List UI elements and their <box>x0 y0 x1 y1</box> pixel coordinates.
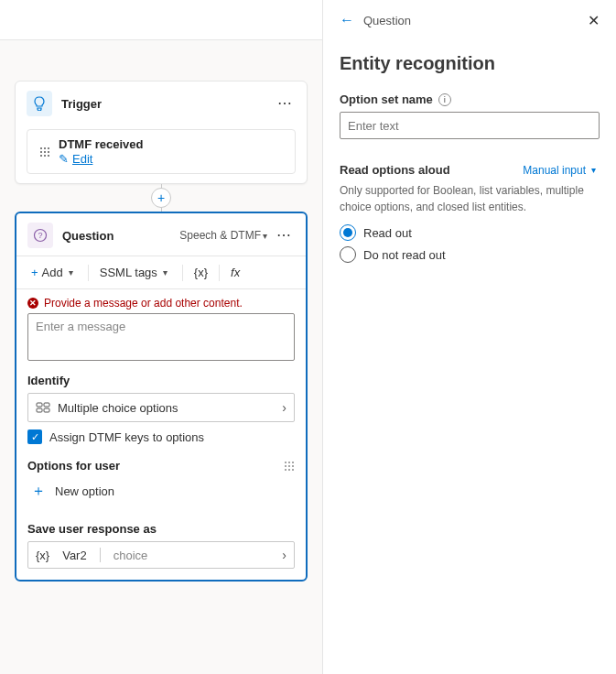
svg-point-16 <box>288 462 290 463</box>
svg-rect-11 <box>37 403 42 407</box>
add-node-button[interactable]: + <box>151 188 171 208</box>
option-set-input[interactable] <box>340 112 600 139</box>
entity-icon <box>36 400 50 415</box>
svg-point-1 <box>44 147 46 149</box>
svg-point-19 <box>288 465 290 467</box>
svg-point-23 <box>292 469 294 471</box>
edit-trigger-link[interactable]: ✎Edit <box>59 152 92 166</box>
back-button[interactable]: ← <box>340 12 354 28</box>
pencil-icon: ✎ <box>59 152 69 166</box>
option-set-label: Option set name i <box>340 92 600 106</box>
svg-point-8 <box>48 155 49 157</box>
manual-input-link[interactable]: Manual input▾ <box>523 164 600 177</box>
flow-connector: + <box>161 184 162 212</box>
radio-read-out[interactable]: Read out <box>340 224 600 241</box>
reorder-icon[interactable] <box>284 461 295 472</box>
insert-variable-button[interactable]: {x} <box>189 262 213 283</box>
svg-point-20 <box>292 465 294 467</box>
formula-button[interactable]: fx <box>225 262 245 283</box>
svg-text:?: ? <box>38 231 42 240</box>
trigger-more-button[interactable]: ⋯ <box>274 96 296 111</box>
options-label: Options for user <box>27 459 120 473</box>
message-input[interactable]: Enter a message <box>27 313 295 361</box>
svg-point-7 <box>44 155 46 157</box>
read-aloud-hint: Only supported for Boolean, list variabl… <box>340 182 600 215</box>
add-button[interactable]: +Add▾ <box>26 262 82 283</box>
svg-point-18 <box>285 465 286 467</box>
svg-point-3 <box>40 151 42 153</box>
radio-icon <box>340 246 356 263</box>
trigger-icon <box>27 91 52 116</box>
drag-handle-icon[interactable] <box>37 137 53 166</box>
error-icon: ✕ <box>27 298 38 309</box>
question-title: Question <box>62 229 179 243</box>
question-card[interactable]: ? Question Speech & DTMF▾ ⋯ +Add▾ SSML t… <box>15 212 308 582</box>
trigger-event-title: DTMF received <box>59 137 286 151</box>
properties-panel: ← Question ✕ Entity recognition Option s… <box>323 0 616 674</box>
svg-rect-13 <box>37 408 42 412</box>
read-aloud-label: Read options aloud <box>340 163 450 177</box>
plus-icon: ＋ <box>31 484 46 498</box>
identify-label: Identify <box>16 370 306 393</box>
trigger-card[interactable]: Trigger ⋯ DTMF received ✎Edit <box>15 81 308 184</box>
panel-breadcrumb: Question <box>363 14 588 27</box>
svg-point-4 <box>44 151 46 153</box>
svg-rect-12 <box>44 403 49 407</box>
question-icon: ? <box>27 223 53 248</box>
svg-point-5 <box>48 151 49 153</box>
save-variable-picker[interactable]: {x} Var2 choice › <box>27 541 295 569</box>
canvas-toolbar <box>0 0 322 40</box>
trigger-title: Trigger <box>61 97 274 111</box>
assign-dtmf-checkbox[interactable]: ✓ Assign DTMF keys to options <box>16 429 306 453</box>
save-as-label: Save user response as <box>16 518 306 541</box>
panel-heading: Entity recognition <box>340 53 600 74</box>
error-message: ✕ Provide a message or add other content… <box>16 289 306 313</box>
chevron-right-icon: › <box>282 548 286 562</box>
message-toolbar: +Add▾ SSML tags▾ {x} fx <box>16 255 306 289</box>
svg-point-15 <box>285 462 286 463</box>
svg-rect-14 <box>44 408 49 412</box>
trigger-event-card[interactable]: DTMF received ✎Edit <box>27 129 296 174</box>
flow-canvas: Trigger ⋯ DTMF received ✎Edit + <box>0 0 323 674</box>
variable-icon: {x} <box>36 549 49 562</box>
new-option-button[interactable]: ＋ New option <box>16 478 306 504</box>
svg-point-0 <box>40 147 42 149</box>
radio-icon <box>340 224 356 241</box>
svg-point-21 <box>285 469 286 471</box>
svg-point-22 <box>288 469 290 471</box>
close-button[interactable]: ✕ <box>588 12 600 29</box>
identify-picker[interactable]: Multiple choice options › <box>27 393 295 422</box>
question-more-button[interactable]: ⋯ <box>273 228 295 243</box>
checkbox-icon: ✓ <box>27 429 42 444</box>
question-type-dropdown[interactable]: Speech & DTMF▾ <box>179 229 271 242</box>
info-icon[interactable]: i <box>438 93 451 106</box>
svg-point-6 <box>40 155 42 157</box>
chevron-right-icon: › <box>282 400 286 415</box>
ssml-tags-button[interactable]: SSML tags▾ <box>94 262 177 283</box>
svg-point-17 <box>292 462 294 463</box>
svg-point-2 <box>48 147 49 149</box>
radio-do-not-read[interactable]: Do not read out <box>340 246 600 263</box>
